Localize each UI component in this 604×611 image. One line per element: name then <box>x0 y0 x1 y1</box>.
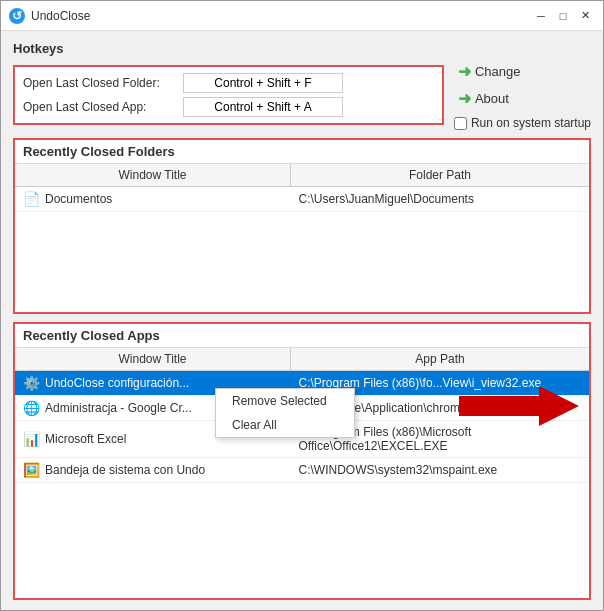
apps-section: Recently Closed Apps Window Title App Pa… <box>13 322 591 600</box>
apps-section-label: Recently Closed Apps <box>23 328 160 343</box>
app-icon: 🌐 <box>23 400 39 416</box>
folder-title: Documentos <box>45 192 112 206</box>
about-button[interactable]: ➜ About <box>454 87 513 110</box>
change-arrow-icon: ➜ <box>458 62 471 81</box>
folders-table-container: Window Title Folder Path 📄 Documentos C:… <box>15 163 589 312</box>
maximize-button[interactable]: □ <box>553 7 573 25</box>
startup-checkbox[interactable] <box>454 117 467 130</box>
app-icon: 📊 <box>23 431 39 447</box>
context-menu: Remove Selected Clear All <box>215 388 355 438</box>
folders-tbody: 📄 Documentos C:\Users\JuanMiguel\Documen… <box>15 187 589 212</box>
title-bar: ↺ UndoClose ─ □ ✕ <box>1 1 603 31</box>
hotkeys-label: Hotkeys <box>13 41 591 56</box>
hotkey-app-value[interactable]: Control + Shift + A <box>183 97 343 117</box>
apps-table-header: Window Title App Path <box>15 348 589 371</box>
window-title: UndoClose <box>31 9 531 23</box>
minimize-button[interactable]: ─ <box>531 7 551 25</box>
action-buttons-area: ➜ Change ➜ About Run on system startup <box>454 60 591 130</box>
table-row[interactable]: 📄 Documentos C:\Users\JuanMiguel\Documen… <box>15 187 589 212</box>
folders-box: Recently Closed Folders Window Title Fol… <box>13 138 591 314</box>
folders-empty-area <box>15 212 589 312</box>
about-arrow-icon: ➜ <box>458 89 471 108</box>
hotkey-folder-value[interactable]: Control + Shift + F <box>183 73 343 93</box>
table-row[interactable]: 🖼️ Bandeja de sistema con Undo C:\WINDOW… <box>15 458 589 483</box>
hotkeys-section: Hotkeys Open Last Closed Folder: Control… <box>13 41 591 130</box>
apps-header-row: Recently Closed Apps <box>15 324 589 347</box>
title-bar-controls: ─ □ ✕ <box>531 7 595 25</box>
hotkey-row-folder: Open Last Closed Folder: Control + Shift… <box>23 73 434 93</box>
change-button[interactable]: ➜ Change <box>454 60 525 83</box>
folders-table: Window Title Folder Path 📄 Documentos C:… <box>15 164 589 212</box>
startup-label: Run on system startup <box>471 116 591 130</box>
app-title: Bandeja de sistema con Undo <box>45 463 205 477</box>
change-label: Change <box>475 64 521 79</box>
hotkeys-box: Open Last Closed Folder: Control + Shift… <box>13 65 444 125</box>
context-menu-clear[interactable]: Clear All <box>216 413 354 437</box>
folders-section: Recently Closed Folders Window Title Fol… <box>13 138 591 314</box>
app-title-cell: 🖼️ Bandeja de sistema con Undo <box>15 458 291 483</box>
about-label: About <box>475 91 509 106</box>
app-title: Administracja - Google Cr... <box>45 401 192 415</box>
folder-title-cell: 📄 Documentos <box>15 187 291 212</box>
folders-table-header: Window Title Folder Path <box>15 164 589 187</box>
folders-col-path: Folder Path <box>291 164 589 187</box>
main-window: ↺ UndoClose ─ □ ✕ Hotkeys Open Last Clos… <box>0 0 604 611</box>
app-title: UndoClose configuración... <box>45 376 189 390</box>
folders-header-row: Recently Closed Folders <box>15 140 589 163</box>
apps-col-path: App Path <box>291 348 589 371</box>
hotkey-folder-label: Open Last Closed Folder: <box>23 76 183 90</box>
startup-row: Run on system startup <box>454 116 591 130</box>
folders-section-label: Recently Closed Folders <box>23 144 175 159</box>
app-icon: ⚙️ <box>23 375 39 391</box>
app-icon: ↺ <box>9 8 25 24</box>
app-path-cell: C:\WINDOWS\system32\mspaint.exe <box>291 458 589 483</box>
folders-col-window: Window Title <box>15 164 291 187</box>
hotkey-app-label: Open Last Closed App: <box>23 100 183 114</box>
folder-path-cell: C:\Users\JuanMiguel\Documents <box>291 187 589 212</box>
close-button[interactable]: ✕ <box>575 7 595 25</box>
hotkeys-row-container: Open Last Closed Folder: Control + Shift… <box>13 60 591 130</box>
app-icon: 🖼️ <box>23 462 39 478</box>
content-area: Hotkeys Open Last Closed Folder: Control… <box>1 31 603 610</box>
hotkey-row-app: Open Last Closed App: Control + Shift + … <box>23 97 434 117</box>
apps-col-window: Window Title <box>15 348 291 371</box>
folder-icon: 📄 <box>23 191 39 207</box>
apps-table-container: Window Title App Path ⚙️ UndoClose confi… <box>15 347 589 598</box>
app-title: Microsoft Excel <box>45 432 126 446</box>
apps-box: Recently Closed Apps Window Title App Pa… <box>13 322 591 600</box>
context-menu-remove[interactable]: Remove Selected <box>216 389 354 413</box>
